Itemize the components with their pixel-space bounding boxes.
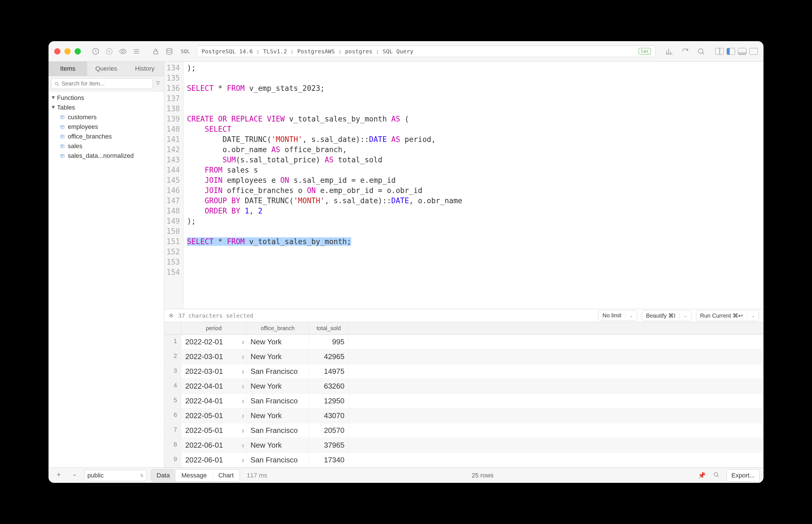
sidebar: Items Queries History ▶ Functions ▶ Tabl — [49, 62, 164, 468]
sidebar-table-item[interactable]: sales — [49, 141, 164, 151]
chevron-down-icon: ⌄ — [629, 313, 633, 318]
table-name: sales_data...normalized — [68, 152, 134, 160]
toolbar: SQL PostgreSQL 14.6 : TLSv1.2 : Postgres… — [49, 41, 763, 62]
cancel-icon[interactable] — [105, 47, 114, 56]
sort-icon: ▴▾ — [242, 458, 244, 462]
cell-period: 2022-02-01▴▾ — [181, 335, 247, 349]
cell-total-sold: 63260 — [309, 379, 349, 393]
tab-queries[interactable]: Queries — [87, 62, 126, 76]
search-box[interactable] — [51, 78, 153, 89]
chevron-down-icon: ▶ — [51, 106, 56, 109]
sort-icon: ▴▾ — [242, 369, 244, 374]
table-row[interactable]: 62022-05-01▴▾New York43070 — [164, 408, 763, 423]
content-area: 1341351361371381391401411421431441451461… — [164, 62, 763, 468]
svg-rect-8 — [61, 126, 64, 129]
cell-period: 2022-03-01▴▾ — [181, 364, 247, 379]
panel-left-icon[interactable] — [727, 48, 735, 55]
table-row[interactable]: 32022-03-01▴▾San Francisco14975 — [164, 364, 763, 379]
table-icon — [60, 134, 65, 139]
close-button[interactable] — [54, 48, 61, 54]
cell-total-sold: 17340 — [309, 453, 349, 467]
col-total-sold[interactable]: total_sold — [309, 322, 349, 334]
window-controls — [54, 48, 81, 54]
sidebar-table-item[interactable]: sales_data...normalized — [49, 151, 164, 161]
panel-split-icon[interactable] — [715, 48, 724, 55]
sort-icon: ▴▾ — [242, 413, 244, 418]
group-functions[interactable]: ▶ Functions — [49, 93, 164, 103]
chevron-down-icon: ⌄ — [751, 313, 755, 318]
row-number: 9 — [164, 453, 181, 467]
export-button[interactable]: Export... — [727, 469, 760, 482]
sidebar-table-item[interactable]: employees — [49, 122, 164, 132]
sort-icon: ▴▾ — [242, 355, 244, 359]
line-gutter: 1341351361371381391401411421431441451461… — [164, 62, 184, 309]
limit-dropdown[interactable]: No limit ⌄ — [598, 310, 637, 321]
seg-data[interactable]: Data — [151, 470, 175, 481]
table-row[interactable]: 82022-06-01▴▾New York37965 — [164, 438, 763, 453]
filter-icon[interactable] — [155, 80, 161, 87]
activity-icon[interactable] — [91, 47, 100, 56]
gear-icon[interactable]: ✻ — [169, 312, 174, 319]
table-row[interactable]: 12022-02-01▴▾New York995 — [164, 335, 763, 349]
results-panel: period office_branch total_sold 12022-02… — [164, 322, 763, 468]
tab-history[interactable]: History — [125, 62, 164, 76]
main-area: Items Queries History ▶ Functions ▶ Tabl — [49, 62, 763, 468]
footer-segments: Data Message Chart — [151, 469, 240, 482]
sql-editor[interactable]: 1341351361371381391401411421431441451461… — [164, 62, 763, 309]
seg-message[interactable]: Message — [175, 470, 213, 481]
run-button[interactable]: Run Current ⌘↩ ⌄ — [696, 310, 759, 321]
cell-period: 2022-04-01▴▾ — [181, 379, 247, 393]
beautify-button[interactable]: Beautify ⌘I ⌄ — [642, 310, 691, 321]
svg-rect-7 — [61, 116, 64, 119]
table-row[interactable]: 52022-04-01▴▾San Francisco12950 — [164, 394, 763, 408]
cell-office-branch: New York — [247, 379, 309, 393]
refresh-icon[interactable] — [681, 47, 690, 56]
limit-label: No limit — [602, 312, 621, 319]
svg-rect-9 — [61, 135, 64, 138]
sidebar-table-item[interactable]: office_branches — [49, 132, 164, 141]
col-office-branch[interactable]: office_branch — [247, 322, 309, 334]
search-icon[interactable] — [696, 47, 706, 56]
cell-period: 2022-06-01▴▾ — [181, 438, 247, 453]
panel-right-icon[interactable] — [749, 48, 758, 55]
schema-select[interactable]: public ⇅ — [84, 470, 147, 481]
table-row[interactable]: 22022-03-01▴▾New York42965 — [164, 349, 763, 364]
footer-dropdown[interactable] — [69, 470, 80, 481]
row-number: 6 — [164, 408, 181, 423]
lock-icon[interactable] — [151, 47, 160, 56]
row-count: 25 rows — [271, 472, 694, 479]
connection-text: PostgreSQL 14.6 : TLSv1.2 : PostgresAWS … — [202, 48, 414, 55]
minimize-button[interactable] — [64, 48, 71, 54]
col-period[interactable]: period — [181, 322, 247, 334]
toolbar-right — [665, 47, 758, 56]
list-icon[interactable] — [132, 47, 141, 56]
sort-icon: ▴▾ — [242, 428, 244, 433]
pin-icon[interactable]: 📌 — [698, 472, 706, 479]
database-icon[interactable] — [165, 47, 174, 56]
cell-total-sold: 14975 — [309, 364, 349, 379]
search-results-icon[interactable] — [710, 470, 723, 481]
search-input[interactable] — [62, 80, 150, 87]
eye-icon[interactable] — [118, 47, 128, 56]
maximize-button[interactable] — [74, 48, 81, 54]
schema-label: public — [87, 472, 104, 479]
svg-point-12 — [714, 472, 718, 476]
cell-office-branch: New York — [247, 438, 309, 453]
tab-items[interactable]: Items — [49, 62, 87, 76]
add-button[interactable] — [52, 470, 65, 481]
table-row[interactable]: 72022-05-01▴▾San Francisco20570 — [164, 423, 763, 438]
panel-bottom-icon[interactable] — [738, 48, 746, 55]
rownum-header — [164, 322, 181, 334]
connection-bar[interactable]: PostgreSQL 14.6 : TLSv1.2 : PostgresAWS … — [197, 46, 656, 57]
table-row[interactable]: 42022-04-01▴▾New York63260 — [164, 379, 763, 394]
seg-chart[interactable]: Chart — [213, 470, 240, 481]
table-name: office_branches — [68, 133, 112, 140]
code-area[interactable]: ); SELECT * FROM v_emp_stats_2023; CREAT… — [184, 62, 466, 309]
group-tables[interactable]: ▶ Tables — [49, 103, 164, 112]
chart-icon[interactable] — [665, 47, 674, 56]
cell-period: 2022-04-01▴▾ — [181, 394, 247, 408]
sidebar-table-item[interactable]: customers — [49, 112, 164, 122]
run-label: Run Current ⌘↩ — [700, 312, 743, 319]
table-icon — [60, 153, 65, 159]
table-row[interactable]: 92022-06-01▴▾San Francisco17340 — [164, 453, 763, 468]
